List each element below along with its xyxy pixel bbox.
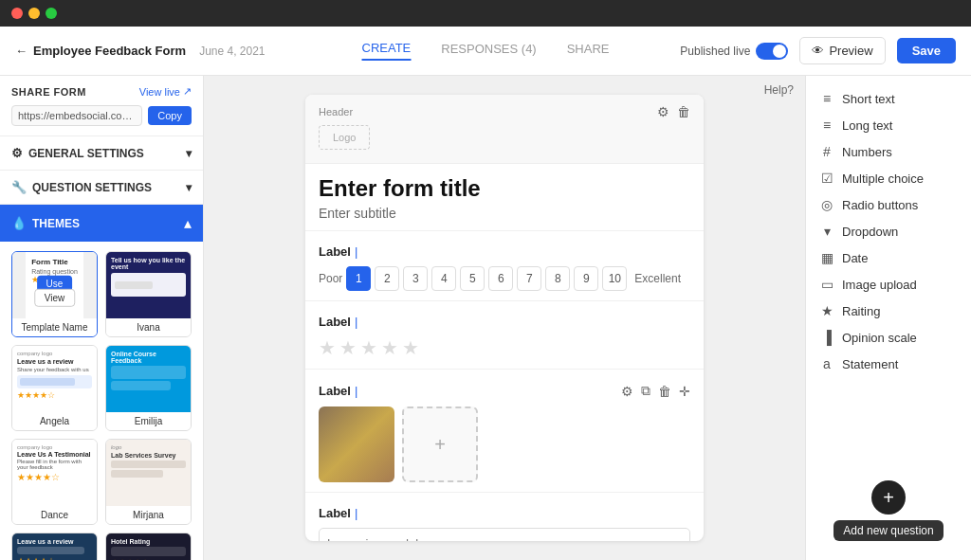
sidebar: SHARE FORM View live ↗ Copy ⚙ GENERAL SE… xyxy=(0,76,204,560)
header-block-actions: ⚙ 🗑 xyxy=(657,104,690,119)
form-date: June 4, 2021 xyxy=(199,45,265,58)
form-subtitle[interactable]: Enter subtitle xyxy=(319,206,690,221)
view-button[interactable]: View xyxy=(34,289,76,307)
question-settings-toggle[interactable]: 🔧 QUESTION SETTINGS ▾ xyxy=(0,171,203,204)
nav-responses[interactable]: RESPONSES (4) xyxy=(441,42,536,60)
header-block-label: Header xyxy=(319,106,353,117)
share-url-input[interactable] xyxy=(11,105,142,126)
panel-item-statement[interactable]: aStatement xyxy=(806,351,971,377)
drag-icon[interactable]: ✛ xyxy=(679,384,690,399)
gear-icon: ⚙ xyxy=(11,146,23,160)
main-layout: SHARE FORM View live ↗ Copy ⚙ GENERAL SE… xyxy=(0,76,971,560)
panel-item-raiting[interactable]: ★Raiting xyxy=(806,298,971,324)
star-rating: ★ ★ ★ ★ ★ xyxy=(319,336,690,359)
rating-2[interactable]: 2 xyxy=(375,266,399,291)
eye-icon: 👁 xyxy=(812,44,824,58)
theme-card-template[interactable]: Form Title Rating question ★★★★☆ Use Vie… xyxy=(11,251,98,337)
droplet-icon: 💧 xyxy=(11,216,27,230)
panel-items: ≡Short text≡Long text#Numbers☑Multiple c… xyxy=(806,85,971,377)
panel-item-opinion-scale[interactable]: ▐Opinion scale xyxy=(806,324,971,351)
rating-8[interactable]: 8 xyxy=(545,266,570,291)
form-canvas: Help? Header ⚙ 🗑 Logo Enter form title E… xyxy=(204,76,805,560)
theme-name-3: Emilija xyxy=(106,412,191,430)
published-badge: Published live xyxy=(680,43,788,60)
rating-1[interactable]: 1 xyxy=(346,266,371,291)
nav-create[interactable]: CREATE xyxy=(362,41,412,61)
chevron-down-icon-2: ▾ xyxy=(186,181,192,194)
add-image-button[interactable]: + xyxy=(402,406,478,482)
form-title-section: Enter form title Enter subtitle xyxy=(305,164,704,230)
wrench-icon: 🔧 xyxy=(11,180,27,194)
close-dot[interactable] xyxy=(11,8,23,19)
q4-label: Label xyxy=(319,506,351,520)
star-3[interactable]: ★ xyxy=(360,336,377,359)
save-button[interactable]: Save xyxy=(897,38,956,63)
share-form-label: SHARE FORM xyxy=(11,86,86,98)
settings-icon-2[interactable]: ⚙ xyxy=(621,384,633,399)
theme-card-emilija[interactable]: Online Course Feedback Emilija xyxy=(105,345,192,431)
rating-6[interactable]: 6 xyxy=(488,266,513,291)
panel-item-numbers[interactable]: #Numbers xyxy=(806,138,971,165)
preview-button[interactable]: 👁 Preview xyxy=(799,37,885,64)
chevron-up-icon: ▴ xyxy=(184,214,192,232)
theme-card-ivana[interactable]: Tell us how you like the event Ivana xyxy=(105,251,192,337)
back-button[interactable]: ← Employee Feedback Form June 4, 2021 xyxy=(15,44,266,58)
header-bar: ← Employee Feedback Form June 4, 2021 CR… xyxy=(0,27,971,76)
theme-card-7[interactable]: Leave us a review ★★★★☆ Theme7 xyxy=(11,533,98,560)
theme-name-4: Dance xyxy=(12,506,97,524)
question-image-upload: Label | ⚙ ⧉ 🗑 ✛ + xyxy=(305,369,704,492)
panel-item-dropdown[interactable]: ▾Dropdown xyxy=(806,218,971,244)
theme-card-mirjana[interactable]: logo Lab Services Survey Mirjana xyxy=(105,439,192,525)
panel-item-long-text[interactable]: ≡Long text xyxy=(806,112,971,138)
theme-card-dance[interactable]: company logo Leave Us A Testimonial Plea… xyxy=(11,439,98,525)
star-2[interactable]: ★ xyxy=(339,336,357,359)
rating-5[interactable]: 5 xyxy=(460,266,485,291)
theme-card-8[interactable]: Hotel Rating ★★★★☆ Theme8 xyxy=(105,533,192,560)
q2-label: Label xyxy=(319,315,351,329)
panel-icon-3: ☑ xyxy=(819,171,834,186)
panel-icon-10: a xyxy=(819,356,834,371)
star-5[interactable]: ★ xyxy=(402,336,419,359)
panel-item-image-upload[interactable]: ▭Image upload xyxy=(806,271,971,298)
panel-item-short-text[interactable]: ≡Short text xyxy=(806,85,971,112)
rating-10[interactable]: 10 xyxy=(602,266,627,291)
rating-3[interactable]: 3 xyxy=(403,266,428,291)
form-main-title[interactable]: Enter form title xyxy=(319,175,690,202)
rating-4[interactable]: 4 xyxy=(431,266,456,291)
themes-toggle[interactable]: 💧 THEMES ▴ xyxy=(0,205,203,242)
textarea-input[interactable] xyxy=(319,528,690,541)
panel-item-multiple-choice[interactable]: ☑Multiple choice xyxy=(806,165,971,191)
delete-icon[interactable]: 🗑 xyxy=(677,104,690,119)
star-1[interactable]: ★ xyxy=(319,336,336,359)
star-4[interactable]: ★ xyxy=(381,336,398,359)
panel-item-radio-buttons[interactable]: ◎Radio buttons xyxy=(806,191,971,218)
panel-icon-5: ▾ xyxy=(819,224,834,239)
rating-7[interactable]: 7 xyxy=(517,266,541,291)
settings-icon[interactable]: ⚙ xyxy=(657,104,669,119)
published-toggle[interactable] xyxy=(756,43,788,60)
chevron-down-icon: ▾ xyxy=(186,147,192,160)
form-card: Header ⚙ 🗑 Logo Enter form title Enter s… xyxy=(305,95,704,541)
general-settings-toggle[interactable]: ⚙ GENERAL SETTINGS ▾ xyxy=(0,136,203,170)
themes-grid: Form Title Rating question ★★★★☆ Use Vie… xyxy=(0,242,203,560)
panel-item-date[interactable]: ▦Date xyxy=(806,244,971,271)
view-live-link[interactable]: View live ↗ xyxy=(139,85,192,98)
rating-9[interactable]: 9 xyxy=(574,266,598,291)
image-block-actions: ⚙ ⧉ 🗑 ✛ xyxy=(621,383,690,399)
image-grid: + xyxy=(319,406,690,482)
fullscreen-dot[interactable] xyxy=(46,8,57,19)
minimize-dot[interactable] xyxy=(28,8,40,19)
q1-label: Label xyxy=(319,244,351,259)
external-link-icon: ↗ xyxy=(183,85,192,98)
copy-button[interactable]: Copy xyxy=(148,106,192,125)
theme-name-2: Angela xyxy=(12,412,97,430)
copy-icon[interactable]: ⧉ xyxy=(641,383,650,399)
add-question-button[interactable]: + xyxy=(871,480,906,515)
themes-section: 💧 THEMES ▴ Form Title Rating question ★★… xyxy=(0,205,203,560)
help-link[interactable]: Help? xyxy=(764,83,794,97)
delete-icon-2[interactable]: 🗑 xyxy=(658,384,671,399)
panel-icon-0: ≡ xyxy=(819,91,834,106)
nav-share[interactable]: SHARE xyxy=(567,42,610,60)
panel-icon-2: # xyxy=(819,144,834,159)
theme-card-angela[interactable]: company logo Leave us a review Share you… xyxy=(11,345,98,431)
